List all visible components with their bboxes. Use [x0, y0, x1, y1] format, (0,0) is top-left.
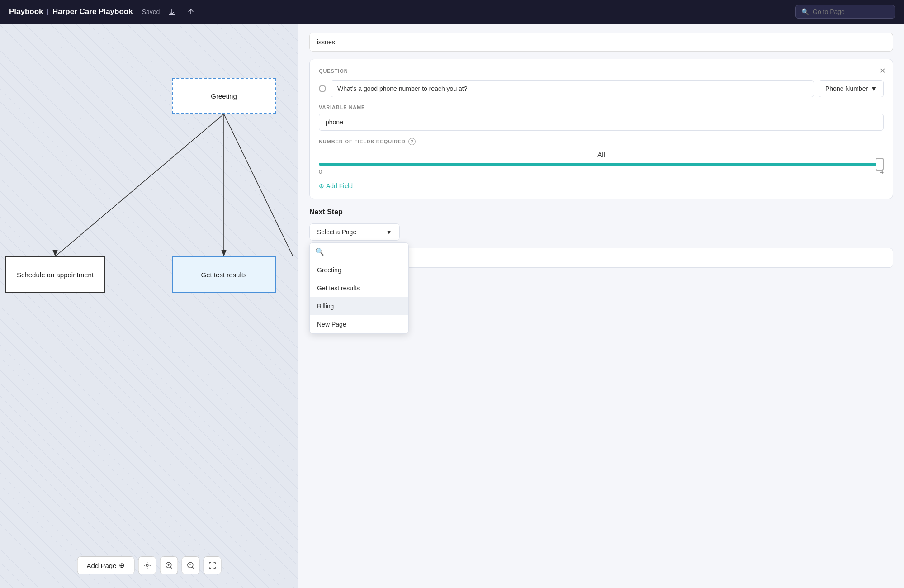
add-page-icon: ⊕ [119, 561, 125, 569]
select-page-label: Select a Page [317, 228, 356, 236]
node-test-results[interactable]: Get test results [172, 256, 276, 293]
node-test-results-label: Get test results [201, 271, 247, 279]
slider-track [319, 163, 884, 166]
select-page-dropdown: 🔍 Greeting Get test results Billing N [309, 242, 409, 334]
zoom-out-button[interactable] [181, 556, 199, 574]
fields-all-value: All [319, 151, 884, 158]
zoom-in-button[interactable] [160, 556, 178, 574]
question-input[interactable] [331, 80, 814, 97]
issues-field: issues [309, 33, 893, 52]
page-search[interactable]: 🔍 [795, 5, 895, 19]
svg-line-2 [55, 114, 224, 256]
node-greeting-label: Greeting [211, 92, 237, 100]
next-step-title: Next Step [309, 208, 893, 216]
add-field-button[interactable]: ⊕ Add Field [319, 182, 353, 190]
right-panel: issues QUESTION ✕ Phone Number ▼ VARIABL… [298, 24, 904, 588]
add-field-plus: ⊕ [319, 182, 324, 190]
svg-line-8 [170, 567, 172, 568]
close-question-button[interactable]: ✕ [880, 66, 885, 75]
svg-point-6 [146, 564, 148, 567]
variable-label: VARIABLE NAME [319, 104, 884, 110]
dropdown-search-input[interactable] [328, 248, 407, 256]
dropdown-search-icon: 🔍 [315, 247, 324, 256]
question-row: Phone Number ▼ [319, 80, 884, 97]
dropdown-greeting-label: Greeting [317, 266, 341, 274]
slider-container [319, 163, 884, 166]
select-page-button[interactable]: Select a Page ▼ [309, 223, 400, 241]
saved-status: Saved [142, 8, 160, 15]
select-page-wrapper: Select a Page ▼ 🔍 Greeting Get test resu… [309, 223, 400, 241]
radio-button[interactable] [319, 85, 326, 92]
slider-thumb[interactable] [876, 158, 884, 171]
fields-label: NUMBER OF FIELDS REQUIRED ? [319, 138, 884, 145]
dropdown-test-results-label: Get test results [317, 285, 360, 292]
node-greeting[interactable]: Greeting [172, 78, 276, 114]
variable-input[interactable] [319, 114, 884, 131]
center-view-button[interactable] [138, 556, 156, 574]
top-navigation: Playbook | Harper Care Playbook Saved 🔍 [0, 0, 904, 24]
chevron-down-icon: ▼ [386, 228, 392, 236]
add-field-label: Add Field [326, 182, 353, 190]
dropdown-billing-label: Billing [317, 303, 334, 310]
node-schedule-label: Schedule an appointment [17, 271, 94, 279]
dropdown-new-page-label: New Page [317, 321, 346, 328]
chevron-down-icon: ▼ [871, 85, 877, 92]
svg-marker-5 [52, 250, 58, 256]
dropdown-item-billing[interactable]: Billing [310, 297, 408, 315]
brand-title: Harper Care Playbook [52, 7, 133, 16]
node-schedule[interactable]: Schedule an appointment [5, 256, 105, 293]
question-section: QUESTION ✕ Phone Number ▼ VARIABLE NAME … [309, 59, 893, 199]
page-search-input[interactable] [813, 8, 889, 15]
slider-min: 0 [319, 168, 322, 175]
brand-separator: | [47, 7, 49, 16]
svg-marker-4 [221, 250, 227, 256]
fields-label-text: NUMBER OF FIELDS REQUIRED [319, 139, 406, 144]
dropdown-search-container: 🔍 [310, 243, 408, 261]
help-icon[interactable]: ? [408, 138, 416, 145]
add-page-button[interactable]: Add Page ⊕ [77, 556, 135, 574]
brand-logo: Playbook | Harper Care Playbook [9, 7, 133, 16]
search-icon: 🔍 [801, 8, 809, 15]
issues-text: issues [317, 38, 335, 46]
dropdown-item-test-results[interactable]: Get test results [310, 279, 408, 297]
type-select-label: Phone Number [825, 85, 868, 92]
question-label: QUESTION [319, 68, 884, 74]
type-select[interactable]: Phone Number ▼ [819, 80, 884, 97]
slider-range: 0 4 [319, 168, 884, 175]
brand-playbook: Playbook [9, 7, 43, 16]
download-button[interactable] [165, 5, 179, 19]
next-step-section: Next Step Select a Page ▼ 🔍 Greeting [309, 208, 893, 268]
dropdown-item-greeting[interactable]: Greeting [310, 261, 408, 279]
dropdown-item-new-page[interactable]: New Page [310, 315, 408, 333]
canvas-area: Greeting Schedule an appointment Get tes… [0, 24, 298, 588]
svg-line-12 [192, 567, 194, 568]
canvas-toolbar: Add Page ⊕ [77, 556, 222, 574]
add-page-label: Add Page [87, 562, 117, 569]
fullscreen-button[interactable] [203, 556, 221, 574]
svg-line-3 [224, 114, 293, 256]
share-button[interactable] [184, 5, 198, 19]
